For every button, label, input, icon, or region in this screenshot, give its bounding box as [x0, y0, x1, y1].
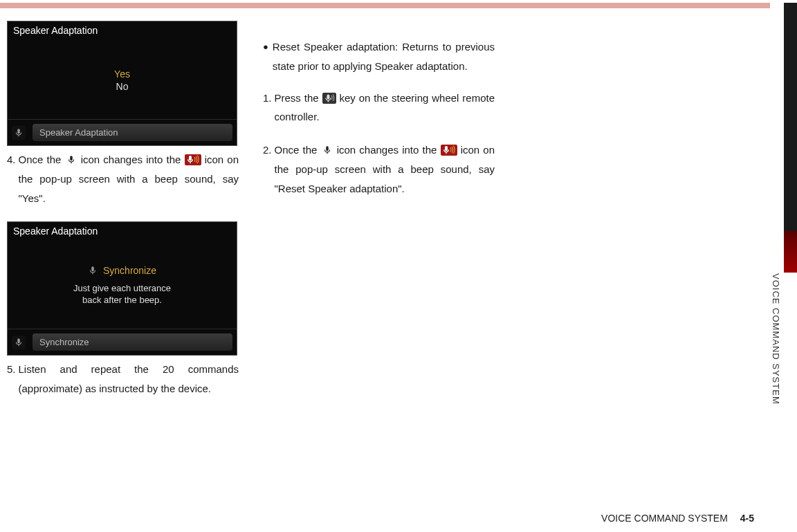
step-2: 2. Once the icon changes into the icon o… — [263, 140, 495, 198]
mic-icon — [12, 336, 26, 349]
step-number: 2. — [263, 140, 275, 198]
screenshot-footer: Synchronize — [8, 329, 237, 355]
sync-label: Synchronize — [103, 265, 156, 276]
page-footer: VOICE COMMAND SYSTEM 4-5 — [601, 513, 754, 524]
step-number: 1. — [263, 89, 275, 127]
mic-plain-icon — [65, 154, 77, 165]
page-content: Speaker Adaptation Yes No Speaker Adapta… — [7, 21, 761, 512]
mic-waves-icon — [441, 145, 457, 156]
option-no: No — [116, 81, 129, 92]
option-yes: Yes — [114, 68, 130, 80]
text-frag: icon changes into the — [337, 144, 441, 156]
step-body: Press the key on the steering wheel remo… — [275, 89, 495, 127]
side-indicator-dark — [784, 3, 797, 231]
mic-waves-icon — [185, 154, 201, 165]
top-accent-bar — [0, 3, 770, 8]
column-right — [519, 21, 751, 512]
step-number: 5. — [7, 360, 19, 398]
screenshot-speaker-adaptation-sync: Speaker Adaptation Synchronize Just give… — [7, 221, 237, 356]
voice-key-icon — [322, 93, 336, 104]
column-left: Speaker Adaptation Yes No Speaker Adapta… — [7, 21, 239, 512]
screenshot-body: Yes No — [8, 42, 237, 119]
text-frag: Press the — [275, 92, 322, 104]
mic-icon — [88, 265, 98, 276]
hint-line: Just give each utterance — [73, 283, 171, 295]
mic-icon — [12, 126, 26, 140]
screenshot-speaker-adaptation-confirm: Speaker Adaptation Yes No Speaker Adapta… — [7, 21, 237, 146]
step-body: Listen and repeat the 20 commands (appro… — [19, 360, 239, 398]
bullet-reset: ● Reset Speaker adaptation: Returns to p… — [263, 37, 495, 76]
step-5: 5. Listen and repeat the 20 commands (ap… — [7, 360, 239, 398]
text-frag: Once the — [275, 144, 321, 156]
text-frag: Once the — [19, 154, 65, 165]
footer-section: VOICE COMMAND SYSTEM — [601, 513, 728, 524]
hint-line: back after the beep. — [82, 295, 162, 306]
screenshot-body: Synchronize Just give each utterance bac… — [8, 242, 237, 329]
sync-row: Synchronize — [88, 265, 156, 276]
text-frag: icon changes into the — [81, 154, 185, 165]
screenshot-header: Speaker Adaptation — [8, 21, 237, 42]
footer-pill-label: Synchronize — [33, 333, 232, 351]
mic-plain-icon — [321, 145, 333, 156]
screenshot-footer: Speaker Adaptation — [8, 119, 237, 145]
bullet-marker: ● — [263, 37, 273, 76]
side-section-label: VOICE COMMAND SYSTEM — [771, 273, 781, 405]
column-middle: ● Reset Speaker adaptation: Returns to p… — [263, 21, 495, 512]
step-body: Once the icon changes into the icon on t… — [19, 150, 239, 208]
screenshot-header: Speaker Adaptation — [8, 222, 237, 242]
footer-pill-label: Speaker Adaptation — [33, 124, 232, 141]
side-indicator-red — [784, 231, 797, 273]
footer-page-number: 4-5 — [740, 513, 754, 524]
step-4: 4. Once the icon changes into the icon o… — [7, 150, 239, 208]
step-1: 1. Press the key on the steering wheel r… — [263, 89, 495, 127]
step-number: 4. — [7, 150, 19, 208]
step-body: Once the icon changes into the icon on t… — [275, 140, 495, 198]
bullet-body: Reset Speaker adaptation: Returns to pre… — [273, 37, 495, 76]
